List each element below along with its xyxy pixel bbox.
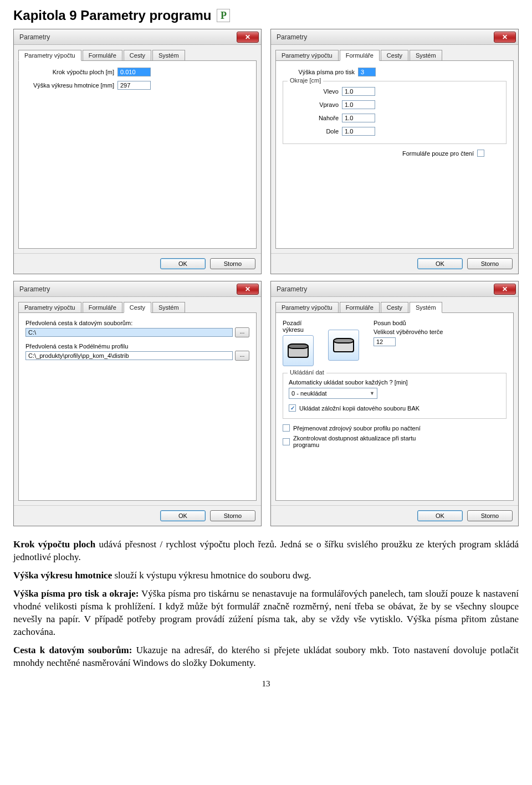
pozadi-label: Pozadí výkresu	[283, 320, 321, 333]
tab-formulare[interactable]: Formuláře	[83, 302, 122, 313]
ukladani-fieldset: Ukládání dat Automaticky ukládat soubor …	[283, 373, 507, 419]
browse-button[interactable]: ...	[235, 327, 249, 337]
storno-button[interactable]: Storno	[467, 510, 513, 521]
data-path-input[interactable]	[25, 328, 233, 337]
ok-button[interactable]: OK	[160, 510, 206, 521]
tab-parametry-vypoctu[interactable]: Parametry výpočtu	[18, 302, 81, 313]
tab-cesty[interactable]: Cesty	[124, 302, 151, 313]
terc-input[interactable]	[374, 337, 396, 346]
page-number: 13	[13, 679, 519, 689]
storno-button[interactable]: Storno	[210, 510, 255, 521]
auto-save-combo[interactable]: 0 - neukládat ▼	[289, 388, 377, 399]
p3-bold: Výška písma pro tisk a okraje:	[13, 588, 139, 599]
tab-system[interactable]: Systém	[152, 50, 185, 61]
tabs: Parametry výpočtu Formuláře Cesty Systém	[271, 45, 518, 60]
nahore-label: Nahoře	[289, 115, 339, 121]
close-button[interactable]: ✕	[237, 284, 259, 295]
font-height-label: Výška písma pro tisk	[283, 69, 355, 75]
program-icon: P	[217, 9, 230, 22]
tab-panel-forms: Výška písma pro tisk Okraje [cm] Vlevo V…	[275, 60, 514, 249]
dole-input[interactable]	[342, 127, 375, 136]
tabs: Parametry výpočtu Formuláře Cesty Systém	[271, 297, 518, 312]
p2-bold: Výška výkresu hmotnice	[13, 570, 112, 581]
krok-label: Krok výpočtu ploch [m]	[25, 69, 114, 75]
window-title: Parametry	[277, 285, 494, 293]
vpravo-input[interactable]	[342, 100, 375, 109]
rename-row: Přejmenovat zdrojový soubor profilu po n…	[283, 424, 507, 432]
terc-label: Velikost výběrového terče	[374, 329, 507, 335]
tab-system[interactable]: Systém	[410, 302, 442, 313]
ok-button[interactable]: OK	[417, 258, 463, 269]
tab-parametry-vypoctu[interactable]: Parametry výpočtu	[275, 50, 339, 61]
update-row: Zkontrolovat dostupnost aktualizace při …	[283, 435, 507, 448]
okraje-legend: Okraje [cm]	[288, 77, 323, 84]
tab-cesty[interactable]: Cesty	[124, 50, 151, 61]
close-button[interactable]: ✕	[494, 32, 516, 43]
tabs: Parametry výpočtu Formuláře Cesty Systém	[14, 45, 261, 60]
heading-text: Kapitola 9 Parametry programu	[13, 8, 211, 23]
chevron-down-icon: ▼	[370, 391, 375, 396]
dialogs-grid: Parametry ✕ Parametry výpočtu Formuláře …	[13, 29, 519, 526]
okraje-fieldset: Okraje [cm] Vlevo Vpravo Nahoře Dole	[283, 81, 507, 144]
tab-system[interactable]: Systém	[410, 50, 442, 61]
window-title: Parametry	[19, 285, 237, 293]
p4-bold: Cesta k datovým souborům:	[13, 645, 132, 655]
tab-panel-system: Pozadí výkresu Posun bodů Velikost výběr…	[275, 312, 514, 501]
rename-checkbox[interactable]	[283, 424, 290, 432]
pozadi-option-2[interactable]	[328, 330, 359, 361]
bak-label: Ukládat záložní kopii datového souboru B…	[299, 405, 420, 412]
browse-button[interactable]: ...	[235, 351, 249, 361]
profile-path-input[interactable]	[25, 351, 233, 360]
ukladani-legend: Ukládání dat	[288, 369, 326, 376]
ok-button[interactable]: OK	[160, 258, 206, 269]
tab-formulare[interactable]: Formuláře	[83, 50, 122, 61]
tab-formulare[interactable]: Formuláře	[340, 50, 380, 61]
bak-checkbox[interactable]: ✓	[289, 404, 296, 412]
button-bar: OK Storno	[14, 505, 261, 526]
tab-system[interactable]: Systém	[152, 302, 185, 313]
pozadi-option-1[interactable]	[283, 335, 314, 366]
body-text: Krok výpočtu ploch udává přesnost / rych…	[13, 538, 519, 669]
page-heading: Kapitola 9 Parametry programu P	[13, 8, 519, 23]
close-icon: ✕	[502, 285, 508, 293]
readonly-row: Formuláře pouze pro čtení	[283, 150, 507, 157]
close-icon: ✕	[245, 33, 250, 41]
system-top-row: Pozadí výkresu Posun bodů Velikost výběr…	[283, 320, 507, 366]
auto-save-label: Automaticky ukládat soubor každých ? [mi…	[289, 379, 500, 386]
readonly-label: Formuláře pouze pro čtení	[402, 150, 474, 157]
nahore-input[interactable]	[342, 114, 375, 122]
storno-button[interactable]: Storno	[210, 258, 255, 269]
button-bar: OK Storno	[271, 253, 518, 274]
vlevo-input[interactable]	[342, 87, 375, 96]
close-button[interactable]: ✕	[494, 284, 516, 295]
tab-panel-calc: Krok výpočtu ploch [m] Výška výkresu hmo…	[18, 60, 257, 249]
titlebar: Parametry ✕	[14, 281, 261, 297]
tab-cesty[interactable]: Cesty	[381, 302, 408, 313]
auto-save-value: 0 - neukládat	[291, 390, 327, 397]
vyska-label: Výška výkresu hmotnice [mm]	[25, 82, 114, 89]
readonly-checkbox[interactable]	[477, 150, 484, 157]
bak-row: ✓ Ukládat záložní kopii datového souboru…	[289, 404, 500, 412]
data-path-label: Předvolená cesta k datovým souborům:	[25, 320, 249, 326]
close-icon: ✕	[502, 33, 508, 41]
update-checkbox[interactable]	[283, 438, 290, 445]
tab-parametry-vypoctu[interactable]: Parametry výpočtu	[275, 302, 339, 313]
close-button[interactable]: ✕	[237, 32, 259, 43]
vyska-input[interactable]	[117, 81, 151, 90]
tabs: Parametry výpočtu Formuláře Cesty Systém	[14, 297, 261, 312]
profile-path-row: Předvolená cesta k Podélnému profilu ...	[25, 343, 249, 361]
update-label: Zkontrolovat dostupnost aktualizace při …	[293, 435, 437, 448]
tab-cesty[interactable]: Cesty	[381, 50, 408, 61]
window-title: Parametry	[19, 33, 237, 41]
tab-parametry-vypoctu[interactable]: Parametry výpočtu	[18, 50, 81, 61]
button-bar: OK Storno	[271, 505, 518, 526]
vpravo-label: Vpravo	[289, 101, 339, 108]
storno-button[interactable]: Storno	[467, 258, 513, 269]
button-bar: OK Storno	[14, 253, 261, 274]
font-height-input[interactable]	[358, 68, 376, 76]
ok-button[interactable]: OK	[417, 510, 463, 521]
parametry-window-forms: Parametry ✕ Parametry výpočtu Formuláře …	[270, 29, 519, 274]
posun-label: Posun bodů	[374, 320, 507, 326]
krok-input[interactable]	[117, 68, 151, 76]
tab-formulare[interactable]: Formuláře	[340, 302, 380, 313]
